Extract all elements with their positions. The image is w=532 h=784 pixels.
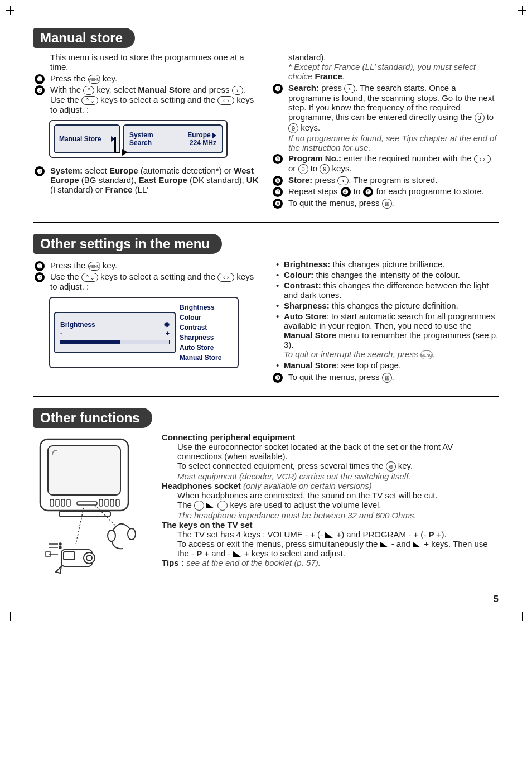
label: Program No.: — [288, 153, 341, 163]
label: P — [196, 549, 202, 558]
left-right-key-icon: ‹ › — [217, 273, 234, 282]
text: or — [288, 163, 298, 173]
text: The — [177, 500, 194, 509]
text: this changes the picture definition. — [330, 301, 458, 310]
bullet-brightness: Brightness: this changes picture brillia… — [278, 259, 499, 269]
label: Manual Store — [284, 330, 336, 340]
right-key-icon: › — [232, 86, 243, 95]
divider — [33, 222, 499, 223]
menu-key-icon: MENU — [88, 75, 100, 84]
svg-rect-7 — [105, 499, 108, 506]
bullet-sharpness: Sharpness: this changes the picture defi… — [278, 301, 499, 310]
brightness-slider — [60, 340, 170, 344]
label: Auto Store — [284, 311, 327, 321]
step-badge-1: ❶ — [35, 261, 45, 271]
text: Press the — [50, 261, 88, 270]
text: for each programme to store. — [374, 186, 484, 196]
label: Brightness — [60, 321, 95, 329]
text: . — [342, 71, 345, 81]
text: keys. — [298, 123, 320, 132]
triangle-icon — [212, 133, 216, 138]
bullet-manual-store: Manual Store: see top of page. — [278, 360, 499, 370]
text: enter the required number with the — [341, 153, 474, 163]
divider — [33, 396, 499, 397]
value: Europe — [187, 131, 210, 139]
step-badge-1: ❶ — [35, 74, 45, 84]
step-3: ❸ To quit the menus, press ⊞. — [288, 372, 499, 383]
text: +). — [434, 530, 446, 539]
svg-rect-6 — [99, 499, 103, 506]
exit-key-icon: ⊞ — [382, 373, 392, 383]
heading-other-functions: Other functions — [33, 408, 152, 428]
svg-point-14 — [128, 528, 136, 540]
step-badge-2: ❷ — [35, 85, 45, 95]
manual-store-label: Manual Store — [138, 85, 190, 94]
label: UK — [246, 175, 259, 185]
step-1: ❶ Press the MENU key. — [50, 261, 260, 271]
label: System: — [50, 166, 83, 175]
text: keys. — [330, 163, 351, 173]
up-down-key-icon: ⌃⌄ — [81, 273, 98, 282]
label: East Europe — [138, 175, 187, 185]
digit-9-key-icon: 9 — [320, 164, 330, 174]
label: Headphones socket — [162, 481, 241, 490]
volume-icon — [325, 532, 334, 538]
source-key-icon: ⊖ — [386, 461, 396, 472]
list-item: Colour — [180, 312, 233, 323]
svg-rect-1 — [48, 446, 120, 495]
step-5: ❺ Program No.: enter the required number… — [288, 153, 499, 174]
text: keys to select a setting and the — [100, 95, 217, 104]
step-4: ❹ Search: press ›. The search starts. On… — [288, 83, 499, 152]
subheading-connecting: Connecting peripheral equipment — [162, 432, 499, 442]
label: Search: — [288, 83, 319, 93]
volume-icon — [380, 542, 389, 547]
text: (I standard) or — [50, 185, 105, 194]
step-badge-7: ❼ — [273, 187, 283, 197]
step-7: ❼ Repeat steps ❹ to ❻ for each programme… — [288, 186, 499, 197]
list-item: Auto Store — [180, 343, 233, 353]
note: The headphone impedance must be between … — [162, 511, 499, 520]
text: + and - — [202, 549, 233, 558]
label: Manual Store — [59, 135, 101, 143]
note: (only available on certain versions) — [241, 481, 372, 490]
ref-badge-6: ❻ — [363, 187, 373, 197]
svg-point-23 — [59, 546, 61, 549]
screenshot-list-pane: Brightness Colour Contrast Sharpness Aut… — [176, 298, 238, 367]
heading-manual-store: Manual store — [33, 28, 135, 48]
note: Most equipment (decoder, VCR) carries ou… — [162, 472, 499, 481]
text: When headphones are connected, the sound… — [162, 490, 499, 500]
step-badge-5: ❺ — [273, 154, 283, 164]
text: (automatic detection*) or — [138, 166, 234, 175]
text: standard). — [272, 52, 499, 62]
svg-rect-5 — [67, 499, 70, 506]
text: Repeat steps — [288, 186, 340, 196]
plus-label: + — [166, 330, 170, 338]
text: The − + keys are used to adjust the volu… — [162, 500, 499, 511]
svg-rect-3 — [56, 499, 59, 506]
right-key-icon: › — [344, 84, 355, 93]
svg-rect-19 — [64, 552, 75, 560]
note: To quit or interrupt the search, press — [284, 349, 420, 359]
text: Use the — [50, 272, 81, 281]
footnote: * Except for France (LL’ standard), you … — [272, 62, 499, 81]
text: The TV set has 4 keys : VOLUME - + (- — [177, 530, 325, 539]
label: Europe — [109, 166, 138, 175]
text: + keys to select and adjust. — [242, 549, 346, 558]
text: - and — [389, 539, 413, 549]
text: (DK standard), — [187, 175, 246, 185]
label: System — [129, 131, 153, 139]
text: To access or exit the menus, press simul… — [177, 539, 380, 549]
svg-rect-9 — [116, 499, 119, 506]
step-2: ❷ Use the ⌃⌄ keys to select a setting an… — [50, 272, 260, 291]
tips-line: Tips : see at the end of the booklet (p.… — [162, 558, 499, 567]
digit-9-key-icon: 9 — [288, 123, 298, 133]
step-8: ❽ To quit the menus, press ⊞. — [288, 198, 499, 209]
text: this changes picture brilliance. — [330, 259, 444, 269]
step-1: ❶ Press the MENU key. — [50, 74, 260, 84]
subheading-headphones: Headphones socket (only available on cer… — [162, 481, 499, 490]
label: Colour: — [284, 270, 313, 280]
step-badge-8: ❽ — [273, 199, 283, 209]
up-key-icon: ⌃ — [83, 86, 94, 95]
menu-key-icon: MENU — [88, 262, 100, 271]
settings-screenshot: Brightness ✺ - + Brightness Colour Contr… — [49, 297, 239, 368]
